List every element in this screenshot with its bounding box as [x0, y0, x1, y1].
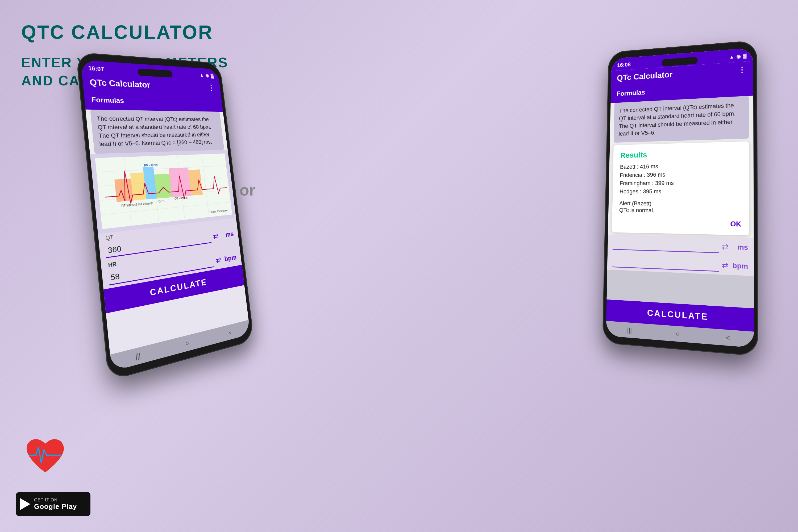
- phone1-ms-label: ms: [220, 230, 234, 240]
- phone1-status-icons: ▲ ◉ ▓: [200, 72, 214, 78]
- phone1-formulas-label: Formulas: [91, 95, 217, 107]
- phone2-hr-arrow: ⇄: [722, 261, 728, 270]
- phone2-ok-button[interactable]: OK: [730, 220, 741, 228]
- gp-text: GET IT ON Google Play: [34, 498, 77, 511]
- phone1-nav-menu[interactable]: |||: [135, 352, 141, 361]
- phone2-screen: 16:08 ▲ ◉ ▓ QTc Calculator ⋮ Formulas: [606, 48, 754, 348]
- phone2-nav-home[interactable]: ○: [676, 330, 680, 338]
- phone1-shell: 16:07 ▲ ◉ ▓ QTc Calculator ⋮ Formulas: [76, 52, 254, 381]
- signal-icon: ◉: [205, 73, 209, 78]
- phone1-nav-home[interactable]: ○: [185, 339, 189, 348]
- phone2-ok-row: OK: [619, 218, 741, 228]
- phone2-hr-input[interactable]: [612, 255, 719, 272]
- svg-rect-13: [169, 168, 191, 197]
- phone2-qt-arrow: ⇄: [722, 242, 728, 252]
- heart-icon: [21, 435, 69, 478]
- phone1-hr-label: HR: [108, 261, 117, 268]
- phone1-app-title: QTc Calculator: [89, 77, 151, 90]
- phone1-time: 16:07: [88, 65, 104, 73]
- phone2-ms-label: ms: [731, 243, 748, 252]
- page-title: QTC CALCULATOR: [21, 21, 228, 43]
- phone2-alert-title: Alert (Bazett): [619, 200, 741, 208]
- phone2-battery-icon: ▓: [743, 53, 747, 59]
- phone1-nav-back[interactable]: ‹: [229, 328, 231, 336]
- gp-store-name: Google Play: [34, 502, 77, 511]
- phone2-fridericia: Fridericia : 396 ms: [620, 171, 741, 179]
- phone2-time: 16:08: [617, 61, 631, 69]
- phone1-menu-icon[interactable]: ⋮: [208, 84, 215, 92]
- phone2-results-dialog: Results Bazett : 416 ms Fridericia : 396…: [612, 141, 749, 235]
- phone1-description: The corrected QT interval (QTc) estimate…: [90, 110, 224, 154]
- or-divider: or: [240, 181, 255, 199]
- phone2-qt-input[interactable]: [613, 238, 719, 253]
- phone2-alert-msg: QTc is normal.: [619, 207, 741, 215]
- phone1-wrapper: 16:07 ▲ ◉ ▓ QTc Calculator ⋮ Formulas: [76, 52, 254, 381]
- phone1-qt-arrow: ⇄: [212, 232, 218, 241]
- play-icon: [20, 498, 30, 510]
- wifi-icon: ▲: [200, 73, 204, 78]
- phone2-wifi-icon: ▲: [729, 54, 734, 60]
- phone1-screen: 16:07 ▲ ◉ ▓ QTc Calculator ⋮ Formulas: [81, 60, 250, 371]
- google-play-badge[interactable]: GET IT ON Google Play: [16, 492, 91, 516]
- phone2-hodges: Hodges : 395 ms: [620, 188, 741, 195]
- phone2-wrapper: 16:08 ▲ ◉ ▓ QTc Calculator ⋮ Formulas: [602, 40, 758, 357]
- phone2-status-icons: ▲ ◉ ▓: [729, 53, 747, 60]
- phone2-description: The corrected QT interval (QTc) estimate…: [614, 96, 749, 142]
- phone2-signal-icon: ◉: [736, 54, 741, 60]
- svg-text:RR interval: RR interval: [144, 163, 158, 167]
- ecg-svg: RT interval PR interval RR interval QRS …: [95, 153, 232, 229]
- phone2-shell: 16:08 ▲ ◉ ▓ QTc Calculator ⋮ Formulas: [602, 40, 758, 357]
- phone2-nav-menu[interactable]: |||: [627, 326, 632, 334]
- phone2-menu-icon[interactable]: ⋮: [738, 65, 747, 75]
- phone2-app-title: QTc Calculator: [617, 70, 673, 83]
- svg-text:QRS: QRS: [158, 199, 165, 203]
- phone2-inputs-area: ⇄ ms ⇄ bpm: [607, 235, 754, 308]
- phone2-bazett: Bazett : 416 ms: [620, 162, 741, 171]
- heart-icon-area: [21, 435, 69, 479]
- phone2-framingham: Framingham : 399 ms: [620, 179, 741, 187]
- svg-rect-12: [154, 174, 172, 198]
- phone2-results-title: Results: [620, 148, 741, 160]
- phone2-nav-back[interactable]: <: [726, 334, 730, 342]
- gp-get-it-text: GET IT ON: [34, 498, 77, 502]
- battery-icon: ▓: [210, 73, 214, 78]
- phone1-bpm-label: bpm: [223, 253, 237, 263]
- phone1-hr-arrow: ⇄: [215, 255, 222, 265]
- phone2-bpm-label: bpm: [731, 262, 748, 271]
